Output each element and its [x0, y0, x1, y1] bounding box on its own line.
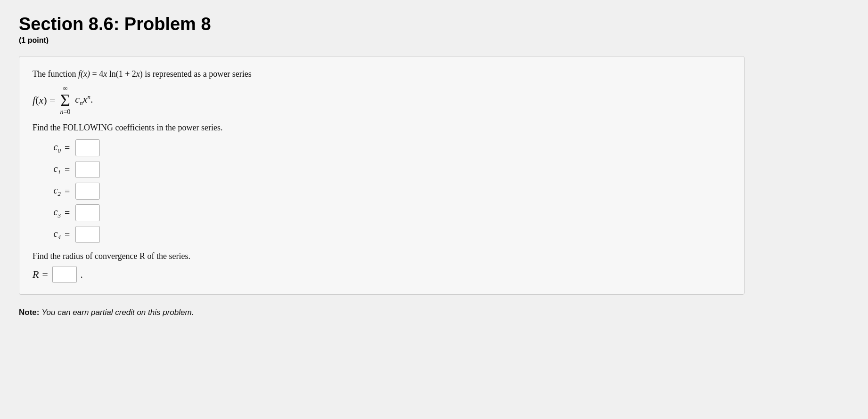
c2-equals: = [65, 186, 70, 197]
problem-intro: The function f(x) = 4x ln(1 + 2x) is rep… [33, 68, 731, 81]
c2-label: c2 [33, 185, 61, 198]
radius-row: R = . [33, 266, 731, 283]
c3-label: c3 [33, 207, 61, 219]
sigma-icon: Σ [60, 92, 70, 109]
note-text: You can earn partial credit on this prob… [41, 308, 194, 317]
c1-label: c1 [33, 163, 61, 176]
R-input[interactable] [52, 266, 77, 283]
c4-label: c4 [33, 228, 61, 241]
find-coefficients-label: Find the FOLLOWING coefficients in the p… [33, 123, 731, 133]
summation-symbol: ∞ Σ n=0 [60, 85, 70, 115]
c0-equals: = [65, 143, 70, 153]
radius-label: Find the radius of convergence R of the … [33, 251, 731, 261]
note-section: Note: You can earn partial credit on thi… [19, 308, 745, 317]
c4-equals: = [65, 229, 70, 240]
c1-equals: = [65, 164, 70, 175]
fx-label: f(x) = [33, 94, 55, 106]
period: . [81, 269, 83, 280]
note-prefix: Note: [19, 308, 39, 317]
series-equation: f(x) = ∞ Σ n=0 cnxn. [33, 85, 731, 115]
c0-input[interactable] [75, 139, 100, 156]
c3-equals: = [65, 208, 70, 218]
c1-input[interactable] [75, 161, 100, 178]
coefficient-row-c0: c0 = [33, 139, 731, 156]
c3-input[interactable] [75, 204, 100, 221]
function-notation: f(x) [78, 69, 90, 79]
c0-label: c0 [33, 142, 61, 154]
series-term: cnxn. [75, 93, 93, 107]
radius-section: Find the radius of convergence R of the … [33, 251, 731, 283]
sum-lower-limit: n=0 [60, 109, 70, 115]
coefficient-row-c3: c3 = [33, 204, 731, 221]
points-label: (1 point) [19, 36, 849, 45]
coefficient-row-c1: c1 = [33, 161, 731, 178]
radius-r-label: R = [33, 268, 49, 281]
page-title: Section 8.6: Problem 8 [19, 14, 849, 34]
c2-input[interactable] [75, 183, 100, 200]
c4-input[interactable] [75, 226, 100, 243]
coefficient-row-c2: c2 = [33, 183, 731, 200]
coefficient-row-c4: c4 = [33, 226, 731, 243]
problem-box: The function f(x) = 4x ln(1 + 2x) is rep… [19, 56, 745, 295]
